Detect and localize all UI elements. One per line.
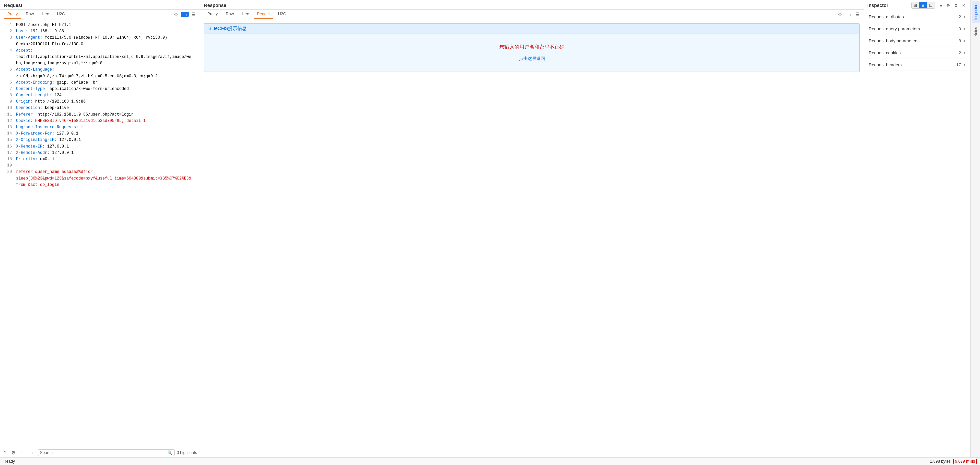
line-number: 4 bbox=[3, 48, 12, 54]
inspector-align-icon[interactable]: ≡ bbox=[938, 2, 943, 9]
tab-response-render[interactable]: Render bbox=[254, 10, 273, 19]
request-bottom-bar: ? ⚙ ← → 🔍 0 highlights bbox=[0, 448, 200, 457]
view-toggle-split[interactable]: ⊟ bbox=[920, 2, 927, 8]
tab-pretty[interactable]: Pretty bbox=[4, 10, 21, 19]
line-content: Content-Type: application/x-www-form-url… bbox=[16, 86, 197, 92]
code-line: 18Priority: u=0, i bbox=[0, 156, 200, 163]
inspector-header: Inspector ⊞ ⊟ ☐ ≡ ⊖ ⚙ ✕ bbox=[864, 0, 970, 11]
code-line: 9Origin: http://192.168.1.9:86 bbox=[0, 98, 200, 105]
bluecms-box: BlueCMS提示信息 您输入的用户名和密码不正确 点击这里返回 bbox=[204, 23, 860, 72]
send-icon[interactable]: ↑n bbox=[181, 12, 189, 17]
side-tab-panel: Inspector Notes bbox=[970, 0, 980, 457]
response-menu-icon[interactable]: ☰ bbox=[855, 12, 860, 17]
inspector-label-query: Request query parameters bbox=[869, 26, 959, 31]
request-code-area: 1POST /user.php HTTP/1.12Host: 192.168.1… bbox=[0, 19, 200, 448]
inspector-row-query[interactable]: Request query parameters 0 ▾ bbox=[864, 23, 970, 35]
inspector-row-attributes[interactable]: Request attributes 2 ▾ bbox=[864, 11, 970, 23]
request-toolbar-icons: ⊘ ↑n ☰ bbox=[174, 12, 196, 17]
help-icon[interactable]: ? bbox=[3, 449, 8, 456]
view-toggle-group: ⊞ ⊟ ☐ bbox=[912, 2, 935, 9]
inspector-label-cookies: Request cookies bbox=[869, 50, 959, 55]
view-toggle-grid[interactable]: ⊞ bbox=[912, 2, 920, 8]
tab-u2c[interactable]: U2C bbox=[54, 10, 68, 19]
code-line: 2Host: 192.168.1.9:86 bbox=[0, 28, 200, 35]
request-title: Request bbox=[0, 0, 200, 10]
tab-response-raw[interactable]: Raw bbox=[222, 10, 237, 19]
line-content: text/html,application/xhtml+xml,applicat… bbox=[16, 54, 197, 60]
inspector-row-headers[interactable]: Request headers 17 ▾ bbox=[864, 59, 970, 71]
line-number: 1 bbox=[3, 22, 12, 28]
response-send-icon[interactable]: ↑n bbox=[845, 12, 853, 17]
line-number: 16 bbox=[3, 144, 12, 150]
status-right: 1,898 bytes 9,079 millis bbox=[930, 459, 977, 464]
inspector-label-body: Request body parameters bbox=[869, 38, 959, 43]
line-content: X-Originating-IP: 127.0.0.1 bbox=[16, 137, 197, 143]
request-panel: Request Pretty Raw Hex U2C ⊘ ↑n ☰ 1POST … bbox=[0, 0, 200, 457]
response-title: Response bbox=[200, 0, 864, 10]
search-box[interactable]: 🔍 bbox=[38, 449, 175, 456]
line-content: Accept-Language: bbox=[16, 67, 197, 73]
tab-hex[interactable]: Hex bbox=[38, 10, 52, 19]
code-line: 4Accept: bbox=[0, 48, 200, 54]
tab-response-hex[interactable]: Hex bbox=[238, 10, 252, 19]
code-line: 13Upgrade-Insecure-Requests: 1 bbox=[0, 124, 200, 130]
status-ready: Ready bbox=[3, 459, 15, 463]
inspector-count-attributes: 2 bbox=[959, 14, 961, 19]
line-content: Connection: keep-alive bbox=[16, 105, 197, 111]
line-content: Gecko/20100101 Firefox/130.0 bbox=[16, 41, 197, 48]
forward-icon[interactable]: → bbox=[28, 449, 36, 456]
menu-icon[interactable]: ☰ bbox=[191, 12, 196, 17]
inspector-row-body[interactable]: Request body parameters 8 ▾ bbox=[864, 35, 970, 47]
inspector-count-query: 0 bbox=[959, 26, 961, 31]
code-line: 19 bbox=[0, 163, 200, 169]
inspector-row-cookies[interactable]: Request cookies 2 ▾ bbox=[864, 47, 970, 59]
bluecms-title: BlueCMS提示信息 bbox=[204, 24, 859, 34]
return-link[interactable]: 点击这里返回 bbox=[519, 56, 545, 61]
disable-icon[interactable]: ⊘ bbox=[174, 12, 178, 17]
code-line: zh-CN,zh;q=0.8,zh-TW;q=0.7,zh-HK;q=0.5,e… bbox=[0, 73, 200, 79]
tab-raw[interactable]: Raw bbox=[22, 10, 37, 19]
inspector-settings-icon[interactable]: ⚙ bbox=[953, 2, 959, 9]
code-line: 16X-Remote-IP: 127.0.0.1 bbox=[0, 144, 200, 150]
tab-response-u2c[interactable]: U2C bbox=[275, 10, 290, 19]
line-number: 11 bbox=[3, 111, 12, 118]
response-panel: Response Pretty Raw Hex Render U2C ⊘ ↑n … bbox=[200, 0, 864, 457]
code-line: bp,image/png,image/svg+xml,*/*;q=0.8 bbox=[0, 60, 200, 67]
back-icon[interactable]: ← bbox=[19, 449, 26, 456]
line-number: 2 bbox=[3, 28, 12, 35]
line-content: referer=&user_name=adaaaaa%df'or bbox=[16, 169, 197, 175]
code-line: 7Content-Type: application/x-www-form-ur… bbox=[0, 86, 200, 92]
search-input[interactable] bbox=[40, 450, 167, 455]
line-number: 17 bbox=[3, 150, 12, 156]
side-tab-notes[interactable]: Notes bbox=[972, 24, 980, 40]
section-headers: Request headers 17 ▾ bbox=[864, 59, 970, 71]
inspector-count-headers: 17 bbox=[956, 62, 961, 67]
inspector-count-body: 8 bbox=[959, 38, 961, 43]
line-number: 14 bbox=[3, 130, 12, 137]
response-toolbar-icons: ⊘ ↑n ☰ bbox=[838, 12, 860, 17]
line-number: 3 bbox=[3, 35, 12, 41]
line-content: Priority: u=0, i bbox=[16, 156, 197, 163]
line-content: Host: 192.168.1.9:86 bbox=[16, 28, 197, 35]
code-line: 15X-Originating-IP: 127.0.0.1 bbox=[0, 137, 200, 143]
line-number: 12 bbox=[3, 118, 12, 124]
section-cookies: Request cookies 2 ▾ bbox=[864, 47, 970, 59]
inspector-minimize-icon[interactable]: ⊖ bbox=[945, 2, 951, 9]
inspector-close-icon[interactable]: ✕ bbox=[961, 2, 967, 9]
line-content: from=&act=do_login bbox=[16, 182, 197, 188]
bluecms-body: 您输入的用户名和密码不正确 点击这里返回 bbox=[204, 34, 859, 71]
line-content: X-Remote-IP: 127.0.0.1 bbox=[16, 144, 197, 150]
view-toggle-full[interactable]: ☐ bbox=[927, 2, 935, 8]
inspector-toolbar: ⊞ ⊟ ☐ ≡ ⊖ ⚙ ✕ bbox=[912, 2, 967, 9]
inspector-label-headers: Request headers bbox=[869, 62, 956, 67]
tab-response-pretty[interactable]: Pretty bbox=[204, 10, 221, 19]
section-body-params: Request body parameters 8 ▾ bbox=[864, 35, 970, 47]
chevron-icon-attributes: ▾ bbox=[964, 15, 966, 19]
response-copy-icon[interactable]: ⊘ bbox=[838, 12, 842, 17]
line-number: 20 bbox=[3, 169, 12, 175]
line-number bbox=[3, 182, 12, 188]
settings-icon[interactable]: ⚙ bbox=[10, 449, 17, 456]
side-tab-inspector[interactable]: Inspector bbox=[972, 2, 980, 23]
line-number: 5 bbox=[3, 67, 12, 73]
code-line: 14X-Forwarded-For: 127.0.0.1 bbox=[0, 130, 200, 137]
